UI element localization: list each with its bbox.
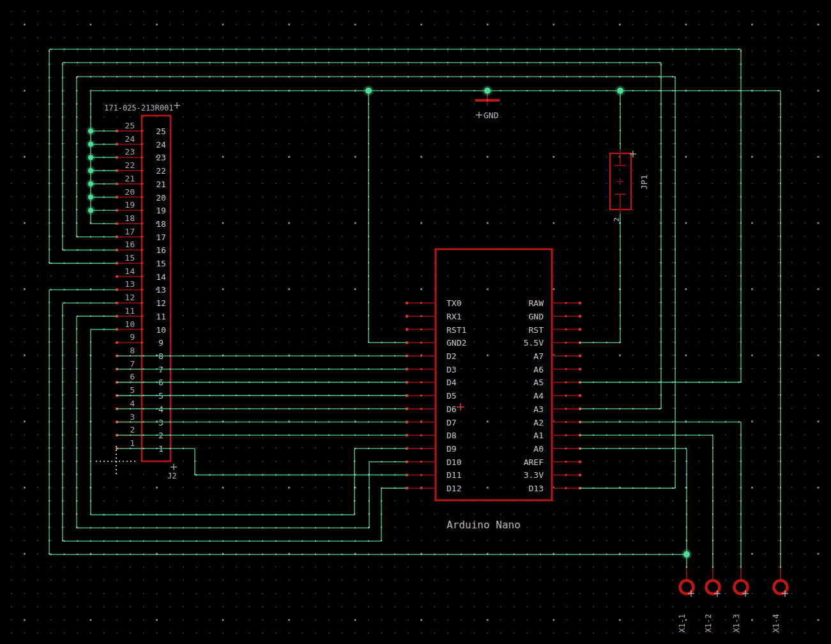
pin-connection-dot bbox=[579, 394, 582, 397]
connector-pin-number: 10 bbox=[125, 319, 135, 329]
pin-edge-dot bbox=[141, 275, 142, 277]
connector-pin-number: 5 bbox=[130, 385, 135, 395]
pin-connection-dot bbox=[579, 328, 582, 331]
connector-pin-number: 13 bbox=[125, 279, 135, 289]
connector-pin-name: 23 bbox=[156, 153, 166, 162]
pin-mid-dot bbox=[565, 461, 567, 463]
jumper-ref-label[interactable]: JP1 bbox=[639, 175, 649, 190]
pin-connection-dot bbox=[579, 367, 582, 371]
junction-dot[interactable] bbox=[484, 88, 491, 94]
pad-label[interactable]: X1-1 bbox=[678, 614, 687, 632]
pin-edge-dot bbox=[141, 183, 142, 185]
pin-mid-dot bbox=[420, 355, 422, 356]
arduino-pin-name-right: A1 bbox=[533, 431, 544, 440]
pin-mid-dot bbox=[565, 447, 567, 449]
junction-dot[interactable] bbox=[617, 88, 623, 94]
arduino-pin-name-right: A2 bbox=[533, 418, 544, 427]
arduino-pin-name-right: 5.5V bbox=[524, 338, 544, 348]
arduino-pin-name-left: D9 bbox=[446, 444, 457, 454]
pad-label[interactable]: X1-3 bbox=[732, 614, 741, 632]
pad-label[interactable]: X1-4 bbox=[772, 614, 781, 632]
connector-pin-number: 21 bbox=[125, 174, 135, 183]
pin-mid-dot bbox=[420, 447, 422, 449]
pin-mid-dot bbox=[565, 474, 567, 476]
jumper-pin2-label[interactable]: 2 bbox=[613, 217, 621, 222]
pin-connection-dot bbox=[406, 315, 409, 318]
pin-mid-dot bbox=[565, 315, 567, 317]
junction-dot[interactable] bbox=[88, 181, 93, 187]
pin-edge-dot bbox=[141, 236, 142, 238]
arduino-pin-name-right: AREF bbox=[524, 457, 544, 467]
arduino-pin-name-right: A7 bbox=[533, 351, 544, 361]
connector-pin-number: 25 bbox=[125, 121, 135, 130]
junction-dot[interactable] bbox=[88, 208, 93, 213]
junction-dot[interactable] bbox=[88, 195, 93, 200]
arduino-pin-name-left: RST1 bbox=[446, 325, 466, 335]
arduino-pin-name-left: RX1 bbox=[446, 312, 461, 321]
pin-mid-dot bbox=[565, 395, 567, 397]
gnd-origin-dot bbox=[486, 99, 489, 102]
junction-dot[interactable] bbox=[683, 551, 690, 558]
pin-edge-dot bbox=[141, 249, 142, 251]
connector-pin-name: 20 bbox=[156, 193, 166, 203]
arduino-pin-name-left: D11 bbox=[446, 470, 461, 480]
connector-pin-number: 19 bbox=[125, 200, 135, 210]
connector-pin-name: 9 bbox=[158, 338, 164, 348]
connector-pin-name: 10 bbox=[156, 325, 166, 335]
pin-connection-dot bbox=[579, 302, 582, 305]
connector-ref-label[interactable]: J2 bbox=[167, 471, 176, 480]
pin-mid-dot bbox=[420, 315, 422, 317]
arduino-pin-name-right: A6 bbox=[533, 365, 544, 374]
junction-dot[interactable] bbox=[365, 88, 372, 94]
pin-edge-dot bbox=[141, 222, 142, 224]
pin-connection-dot bbox=[579, 355, 582, 358]
arduino-pin-name-right: RAW bbox=[529, 298, 544, 308]
pin-edge-dot bbox=[141, 315, 142, 317]
connector-value-label[interactable]: 171-025-213R001 bbox=[104, 103, 173, 112]
pin-mid-dot bbox=[420, 381, 422, 383]
pin-edge-dot bbox=[141, 169, 142, 171]
pin-mid-dot bbox=[420, 421, 422, 423]
pin-connection-dot bbox=[579, 315, 582, 318]
pin-connection-dot bbox=[116, 275, 119, 278]
gnd-label[interactable]: GND bbox=[484, 111, 499, 120]
pin-mid-dot bbox=[420, 342, 422, 344]
pin-mid-dot bbox=[565, 342, 567, 344]
pin-mid-dot bbox=[565, 381, 567, 383]
connector-pin-name: 16 bbox=[156, 245, 166, 255]
pin-mid-dot bbox=[565, 487, 567, 489]
schematic-svg: 1122334455667788991010111112121313141415… bbox=[0, 0, 831, 644]
pad-label[interactable]: X1-2 bbox=[704, 614, 713, 632]
connector-pin-name: 22 bbox=[156, 166, 166, 176]
pin-mid-dot bbox=[420, 474, 422, 476]
pin-mid-dot bbox=[420, 368, 422, 370]
pin-connection-dot bbox=[406, 328, 409, 331]
connector-pin-name: 15 bbox=[156, 259, 166, 268]
schematic-canvas[interactable]: 1122334455667788991010111112121313141415… bbox=[0, 0, 831, 644]
connector-pin-number: 2 bbox=[130, 425, 135, 434]
connector-pin-number: 22 bbox=[125, 160, 135, 170]
arduino-pin-name-left: D2 bbox=[446, 351, 457, 361]
connector-pin-name: 12 bbox=[156, 298, 166, 308]
junction-dot[interactable] bbox=[88, 142, 93, 147]
pin-mid-dot bbox=[565, 408, 567, 410]
junction-dot[interactable] bbox=[88, 168, 93, 173]
arduino-pin-name-left: D10 bbox=[446, 457, 461, 467]
junction-dot[interactable] bbox=[88, 128, 93, 134]
pin-mid-dot bbox=[420, 487, 422, 489]
arduino-pin-name-left: TX0 bbox=[446, 298, 461, 308]
connector-pin-number: 14 bbox=[125, 266, 135, 276]
connector-pin-number: 8 bbox=[130, 346, 135, 355]
junction-dot[interactable] bbox=[88, 155, 93, 160]
pin-mid-dot bbox=[565, 355, 567, 356]
connector-pin-number: 11 bbox=[125, 306, 135, 316]
pin-edge-dot bbox=[141, 342, 142, 344]
arduino-pin-name-right: A0 bbox=[533, 444, 544, 454]
connector-pin-number: 6 bbox=[130, 372, 135, 381]
connector-pin-name: 13 bbox=[156, 285, 166, 295]
pin-mid-dot bbox=[420, 302, 422, 304]
arduino-pin-name-left: D7 bbox=[446, 418, 457, 427]
arduino-name-label[interactable]: Arduino Nano bbox=[446, 519, 521, 531]
arduino-pin-name-left: D8 bbox=[446, 431, 457, 440]
arduino-pin-name-left: D6 bbox=[446, 404, 457, 414]
